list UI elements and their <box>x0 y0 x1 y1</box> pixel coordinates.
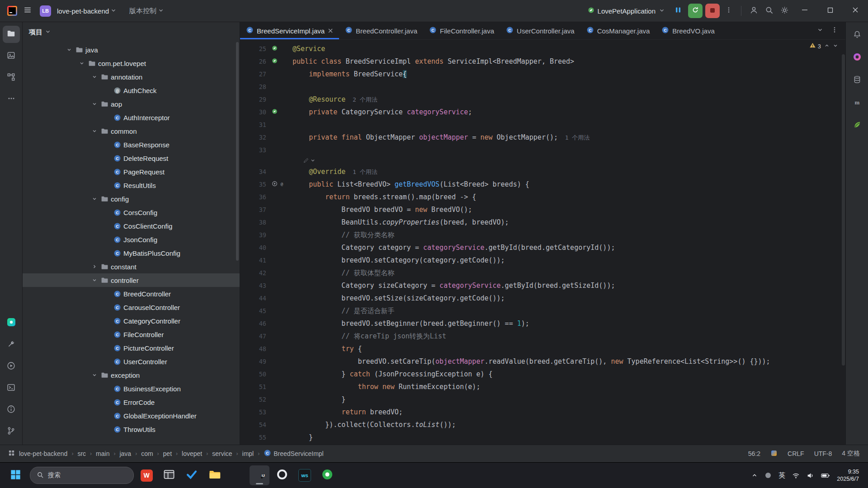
tree-item-GlobalExceptionHandler[interactable]: CGlobalExceptionHandler <box>23 409 240 422</box>
tree-item-CarouselController[interactable]: CCarouselController <box>23 300 240 314</box>
code-line-31[interactable]: 31 <box>240 118 845 131</box>
project-badge[interactable]: LB <box>40 5 51 17</box>
tree-item-MyBatisPlusConfig[interactable]: CMyBatisPlusConfig <box>23 246 240 260</box>
warnings-chip[interactable]: 3 <box>809 42 821 50</box>
code-line-32[interactable]: 32 private final ObjectMapper objectMapp… <box>240 131 845 144</box>
chevron-down-icon[interactable] <box>64 47 74 52</box>
code-line-51[interactable]: 51 throw new RuntimeException(e); <box>240 380 845 393</box>
tree-item-exception[interactable]: exception <box>23 368 240 382</box>
next-problem-button[interactable] <box>833 43 838 50</box>
tree-item-BusinessException[interactable]: CBusinessException <box>23 382 240 395</box>
volume-icon[interactable] <box>807 472 814 479</box>
code-line-38[interactable]: 38 BeanUtils.copyProperties(breed, breed… <box>240 216 845 229</box>
code-line-28[interactable]: 28 <box>240 80 845 93</box>
tree-item-PageRequest[interactable]: CPageRequest <box>23 165 240 178</box>
picture-tool-button[interactable] <box>3 47 20 65</box>
breadcrumb-item[interactable]: pet <box>163 450 172 457</box>
taskbar-app-ring-app[interactable] <box>272 465 292 485</box>
tree-item-constant[interactable]: constant <box>23 260 240 273</box>
ai-plugin-button[interactable] <box>3 314 20 332</box>
prev-problem-button[interactable] <box>824 43 830 50</box>
build-tool-button[interactable] <box>3 336 20 353</box>
project-panel-header[interactable]: 项目 <box>23 22 240 42</box>
problems-tool-button[interactable] <box>3 401 20 418</box>
code-line-27[interactable]: 27 implements BreedService{ <box>240 68 845 80</box>
tree-item-CorsConfig[interactable]: CCorsConfig <box>23 206 240 219</box>
code-line-34[interactable]: 34 @Override 1 个用法 <box>240 165 845 178</box>
tree-item-BaseResponse[interactable]: CBaseResponse <box>23 138 240 151</box>
tree-item-config[interactable]: config <box>23 192 240 206</box>
breadcrumb-item[interactable]: service <box>212 450 232 457</box>
chevron-down-icon[interactable] <box>90 372 99 378</box>
tree-item-java[interactable]: java <box>23 43 240 56</box>
tree-item-CategoryController[interactable]: CCategoryController <box>23 314 240 328</box>
taskbar-search[interactable]: 搜索 <box>30 467 134 484</box>
taskbar-app-file-explorer[interactable] <box>204 465 224 485</box>
code-line-48[interactable]: 48 try { <box>240 343 845 355</box>
at-gutter-icon[interactable]: @ <box>279 178 285 191</box>
editor-tab-UserController.java[interactable]: CUserController.java <box>500 22 580 39</box>
more-tool-windows-button[interactable] <box>3 91 20 108</box>
code-vision-inlay[interactable] <box>240 156 845 165</box>
taskbar-app-intellij-idea[interactable] <box>250 465 269 485</box>
chevron-down-icon[interactable] <box>90 101 99 107</box>
tree-item-JsonConfig[interactable]: CJsonConfig <box>23 233 240 246</box>
tree-item-ResultUtils[interactable]: CResultUtils <box>23 178 240 192</box>
editor-tab-BreedServiceImpl.java[interactable]: CBreedServiceImpl.java <box>240 22 339 39</box>
stop-button[interactable] <box>705 4 720 18</box>
code-line-53[interactable]: 53 return breedVO; <box>240 406 845 418</box>
breadcrumb-item[interactable]: com <box>141 450 153 457</box>
wifi-icon[interactable] <box>792 472 800 479</box>
inspections-widget[interactable]: 3 <box>809 42 838 50</box>
override-gutter-icon[interactable] <box>272 178 278 191</box>
terminal-tool-button[interactable] <box>3 380 20 397</box>
code-line-40[interactable]: 40 Category category = categoryService.g… <box>240 241 845 254</box>
caret-position[interactable]: 56:2 <box>748 450 760 457</box>
tree-item-FileController[interactable]: CFileController <box>23 328 240 341</box>
spring-gutter-icon[interactable] <box>272 106 278 118</box>
tab-options-button[interactable] <box>828 24 841 37</box>
spring-gutter-icon[interactable] <box>272 42 278 55</box>
code-line-54[interactable]: 54 }).collect(Collectors.toList()); <box>240 418 845 431</box>
line-separator-widget[interactable]: CRLF <box>788 450 804 457</box>
tab-list-button[interactable] <box>814 24 826 37</box>
code-line-45[interactable]: 45 // 是否适合新手 <box>240 305 845 317</box>
taskbar-app-green-app[interactable] <box>317 465 337 485</box>
breadcrumb-item[interactable]: main <box>96 450 109 457</box>
tray-app-icon[interactable] <box>764 472 772 479</box>
tree-item-common[interactable]: common <box>23 124 240 138</box>
code-line-44[interactable]: 44 breedVO.setSize(sizeCategory.getCode(… <box>240 292 845 305</box>
tree-item-com.pet.lovepet[interactable]: com.pet.lovepet <box>23 56 240 70</box>
taskbar-app-chrome[interactable] <box>227 465 247 485</box>
tree-item-ErrorCode[interactable]: CErrorCode <box>23 395 240 409</box>
tree-item-annotation[interactable]: annotation <box>23 70 240 84</box>
run-config-selector[interactable]: LovePetApplication <box>583 3 670 19</box>
encoding-widget[interactable]: UTF-8 <box>814 450 832 457</box>
tree-item-ThrowUtils[interactable]: CThrowUtils <box>23 422 240 436</box>
chevron-down-icon[interactable] <box>77 61 87 66</box>
taskbar-app-wps[interactable]: W <box>137 465 156 485</box>
code-line-42[interactable]: 42 // 获取体型名称 <box>240 267 845 279</box>
breadcrumb-item[interactable]: java <box>119 450 131 457</box>
chevron-down-icon[interactable] <box>90 277 99 283</box>
code-line-55[interactable]: 55 } <box>240 431 845 444</box>
hidden-icons-button[interactable] <box>751 472 758 479</box>
rerun-button[interactable] <box>688 4 703 18</box>
editor-tab-FileController.java[interactable]: CFileController.java <box>423 22 500 39</box>
editor-tab-CosManager.java[interactable]: CCosManager.java <box>580 22 656 39</box>
edit-icon[interactable] <box>303 155 309 167</box>
code-with-me-button[interactable] <box>746 3 761 19</box>
project-selector[interactable]: love-pet-backend <box>54 3 119 19</box>
code-line-47[interactable]: 47 // 将careTip json转换为List <box>240 330 845 343</box>
maven-tool-button[interactable]: m <box>849 94 866 112</box>
inlay-icons[interactable] <box>303 155 316 167</box>
editor-tab-BreedController.java[interactable]: CBreedController.java <box>339 22 423 39</box>
chevron-down-icon[interactable] <box>310 155 316 167</box>
editor-scrollbar[interactable] <box>842 54 845 366</box>
taskbar-clock[interactable]: 9:35 2025/6/7 <box>837 468 859 483</box>
code-line-35[interactable]: 35@ public List<BreedVO> getBreedVOS(Lis… <box>240 178 845 191</box>
window-minimize-button[interactable] <box>792 0 817 22</box>
code-line-36[interactable]: 36 return breeds.stream().map(breed -> { <box>240 191 845 203</box>
code-line-52[interactable]: 52 } <box>240 393 845 406</box>
code-line-49[interactable]: 49 breedVO.setCareTip(objectMapper.readV… <box>240 355 845 368</box>
